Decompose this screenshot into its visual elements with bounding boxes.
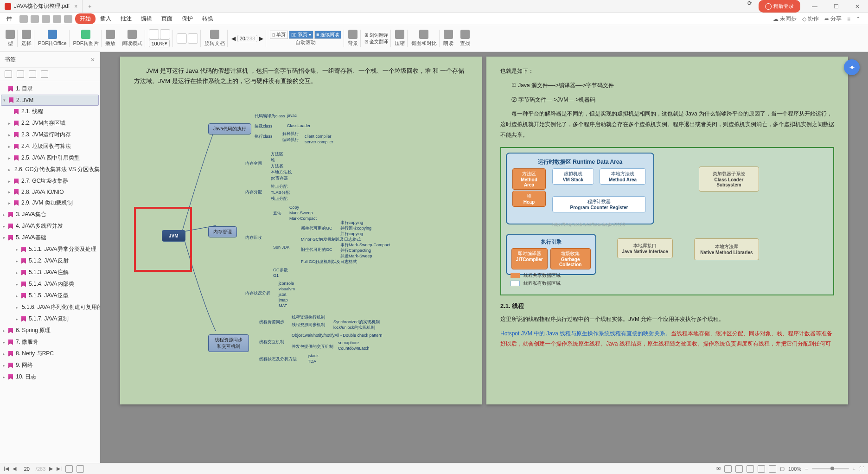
menu-annotate[interactable]: 批注 [116, 13, 136, 24]
close-icon[interactable]: × [74, 3, 77, 10]
remove-bookmark-icon[interactable] [17, 70, 24, 78]
bookmark-item[interactable]: ▸9. 网络 [1, 359, 99, 371]
login-button[interactable]: 稍后登录 [759, 0, 800, 13]
doc-tab[interactable]: JAVA核心知识整理.pdf × [0, 0, 83, 13]
undo-icon[interactable] [53, 15, 61, 23]
word-translate[interactable]: ⊞ 划词翻译 [364, 32, 388, 38]
read-aloud[interactable]: 朗读 [440, 26, 456, 51]
maximize-icon[interactable]: ☐ [825, 0, 847, 13]
save-icon[interactable] [31, 15, 39, 23]
background[interactable]: 背景 [345, 26, 361, 51]
open-icon[interactable] [19, 15, 28, 23]
bookmark-item[interactable]: ▸2.2. JVM内存区域 [1, 117, 99, 129]
bookmark-item[interactable]: ▸2.8. JAVA IO/NIO [1, 187, 99, 197]
bookmark-item[interactable]: ▸6. Spring 原理 [1, 325, 99, 336]
bookmark-item[interactable]: ▸5.1.2. JAVA反射 [1, 255, 99, 267]
fit-width[interactable] [149, 29, 159, 39]
bookmark-item[interactable]: ▸2.7. GC垃圾收集器 [1, 175, 99, 187]
continuous-read[interactable]: ≡ 连续阅读 [314, 31, 342, 39]
bookmark-item[interactable]: 2.1. 线程 [1, 106, 99, 117]
sb-bookmark-icon[interactable]: ▢ [780, 466, 785, 472]
bookmark-item[interactable]: ▸5.1.1. JAVA异常分类及处理 [1, 243, 99, 255]
share-button[interactable]: ➦ 分享 [824, 15, 842, 23]
format-group[interactable]: 型 [3, 26, 18, 51]
view-mode-1[interactable] [724, 465, 732, 473]
bookmark-item[interactable]: ▸3. JAVA集合 [1, 209, 99, 220]
crop-compare[interactable]: 截图和对比 [408, 26, 440, 51]
bookmark-item[interactable]: ▸8. Netty 与RPC [1, 348, 99, 359]
bookmark-item[interactable]: ▸2.5. JAVA 四中引用类型 [1, 152, 99, 164]
sb-page[interactable]: 20 /283 [20, 466, 45, 472]
bookmark-item[interactable]: ▾5. JAVA基础 [1, 232, 99, 243]
double-page[interactable]: ▯▯ 双页 ▾ [289, 31, 313, 39]
bookmark-item[interactable]: ▸2.6. GC分代收集算法 VS 分区收集算法 [1, 164, 99, 175]
select-text-group[interactable]: 选择 [19, 26, 34, 51]
compress[interactable]: 压缩 [392, 26, 408, 51]
bookmark-item[interactable]: ▸2.3. JVM运行时内存 [1, 129, 99, 141]
auto-scroll[interactable]: 自动滚动 [295, 39, 316, 46]
new-tab-button[interactable]: + [83, 3, 97, 10]
menu-protect[interactable]: 保护 [177, 13, 198, 24]
zoom-out-icon[interactable] [188, 33, 198, 44]
read-mode[interactable]: 阅读模式 [119, 26, 145, 51]
zoom-in-icon[interactable] [177, 33, 187, 44]
zoom-in-sb[interactable]: + [853, 466, 855, 472]
sb-crop-icon[interactable] [77, 465, 84, 473]
collapse-ribbon-icon[interactable]: ⌃ [856, 16, 861, 22]
unsync-status[interactable]: ☁ 未同步 [773, 15, 797, 23]
close-window-icon[interactable]: ✕ [847, 0, 868, 13]
full-translate[interactable]: ⊡ 全文翻译 [364, 39, 388, 44]
ai-assistant-button[interactable]: ✦ [844, 59, 860, 75]
view-mode-2[interactable] [735, 465, 743, 473]
bookmark-folder-icon[interactable] [29, 70, 36, 78]
bookmark-item[interactable]: 1. 目录 [1, 83, 99, 95]
document-viewport[interactable]: JVM 是可运行 Java 代码的假想计算机 ，包括一套字节码指令集、一组寄存器… [100, 52, 868, 463]
menu-page[interactable]: 页面 [157, 13, 177, 24]
sb-msg-icon[interactable]: ✉ [716, 466, 721, 472]
bookmark-item[interactable]: ▸5.1.7. JAVA复制 [1, 313, 99, 325]
redo-icon[interactable] [64, 15, 72, 23]
bookmark-item[interactable]: ▸10. 日志 [1, 371, 99, 383]
zoom-slider[interactable] [812, 468, 849, 469]
sidebar-close-icon[interactable]: ✕ [90, 57, 95, 63]
find[interactable]: 查找 [457, 26, 473, 51]
fullscreen-icon[interactable]: ⛶ [859, 466, 864, 472]
view-mode-3[interactable] [747, 465, 754, 473]
sb-first-icon[interactable]: |◀ [4, 466, 9, 472]
pdf-to-image[interactable]: PDF转图片 [70, 26, 102, 51]
sb-layout-icon[interactable] [65, 465, 73, 473]
menu-insert[interactable]: 插入 [96, 13, 116, 24]
bookmark-item[interactable]: ▸5.1.3. JAVA注解 [1, 267, 99, 278]
play-button[interactable]: 播放 [102, 26, 118, 51]
menu-edit[interactable]: 编辑 [136, 13, 157, 24]
sb-last-icon[interactable]: ▶| [57, 466, 62, 472]
next-page[interactable]: ▶ [259, 35, 263, 42]
minimize-icon[interactable]: — [804, 0, 825, 13]
bookmark-item[interactable]: ▸5.1.5. JAVA泛型 [1, 290, 99, 301]
bookmark-item[interactable]: ▸5.1.4. JAVA内部类 [1, 278, 99, 290]
menu-start[interactable]: 开始 [75, 13, 96, 24]
more-icon[interactable]: ≡ [847, 16, 850, 22]
zoom-out-sb[interactable]: − [805, 466, 808, 472]
bookmark-flag-icon[interactable] [41, 70, 48, 78]
bookmark-item[interactable]: ▾2. JVM [1, 95, 99, 106]
menu-file[interactable]: 件 [2, 13, 17, 24]
refresh-icon[interactable]: ⟳ [747, 0, 752, 13]
sb-prev-icon[interactable]: ◀ [13, 466, 16, 472]
view-mode-4[interactable] [758, 465, 765, 473]
sb-next-icon[interactable]: ▶ [49, 466, 53, 472]
rotate-group[interactable]: 旋转文档 [202, 26, 228, 51]
pdf-to-office[interactable]: PDF转Office [35, 26, 70, 51]
zoom-combo[interactable]: 100% ▾ [149, 39, 169, 47]
prev-page[interactable]: ◀ [231, 35, 236, 42]
view-mode-5[interactable] [769, 465, 776, 473]
fit-page[interactable] [160, 29, 170, 39]
page-input[interactable]: 20 [240, 36, 245, 41]
add-bookmark-icon[interactable] [5, 70, 12, 78]
print-icon[interactable] [42, 15, 50, 23]
bookmark-item[interactable]: ▸2.9. JVM 类加载机制 [1, 197, 99, 209]
single-page[interactable]: ▯ 单页 [270, 31, 288, 39]
bookmark-item[interactable]: ▸5.1.6. JAVA序列化(创建可复用的Java对象) [1, 301, 99, 313]
bookmark-item[interactable]: ▸7. 微服务 [1, 336, 99, 348]
bookmark-item[interactable]: ▸4. JAVA多线程并发 [1, 220, 99, 232]
